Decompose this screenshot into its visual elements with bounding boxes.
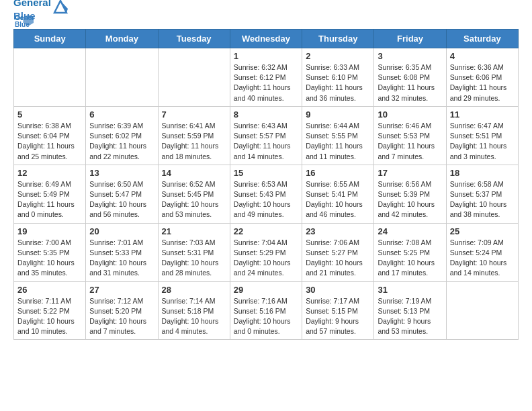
calendar-table: SundayMondayTuesdayWednesdayThursdayFrid… — [13, 29, 519, 340]
calendar-cell: 15Sunrise: 6:53 AMSunset: 5:43 PMDayligh… — [230, 165, 302, 223]
day-number: 12 — [17, 168, 82, 178]
day-number: 10 — [378, 109, 442, 120]
day-number: 25 — [450, 226, 515, 236]
day-info: Sunrise: 6:46 AMSunset: 5:53 PMDaylight:… — [378, 121, 442, 162]
calendar-cell: 8Sunrise: 6:43 AMSunset: 5:57 PMDaylight… — [230, 106, 302, 165]
day-info: Sunrise: 7:11 AMSunset: 5:22 PMDaylight:… — [17, 296, 82, 337]
day-number: 29 — [234, 285, 298, 295]
day-info: Sunrise: 6:55 AMSunset: 5:41 PMDaylight:… — [306, 179, 370, 220]
calendar-week-row: 1Sunrise: 6:32 AMSunset: 6:12 PMDaylight… — [14, 48, 519, 107]
logo: General Blue General Blue — [13, 13, 68, 22]
weekday-header-friday: Friday — [374, 30, 446, 48]
day-info: Sunrise: 6:49 AMSunset: 5:49 PMDaylight:… — [17, 179, 82, 220]
day-info: Sunrise: 6:35 AMSunset: 6:08 PMDaylight:… — [378, 62, 442, 103]
day-info: Sunrise: 6:38 AMSunset: 6:04 PMDaylight:… — [17, 121, 82, 162]
calendar-cell: 24Sunrise: 7:08 AMSunset: 5:25 PMDayligh… — [374, 223, 446, 281]
calendar-week-row: 26Sunrise: 7:11 AMSunset: 5:22 PMDayligh… — [14, 281, 519, 340]
day-number: 16 — [306, 168, 370, 178]
day-number: 19 — [17, 226, 82, 236]
calendar-cell: 31Sunrise: 7:19 AMSunset: 5:13 PMDayligh… — [374, 281, 446, 340]
calendar-cell: 20Sunrise: 7:01 AMSunset: 5:33 PMDayligh… — [86, 223, 158, 281]
day-info: Sunrise: 6:33 AMSunset: 6:10 PMDaylight:… — [306, 62, 370, 103]
day-number: 6 — [89, 109, 154, 120]
day-number: 13 — [89, 168, 154, 178]
day-number: 30 — [306, 285, 370, 295]
calendar-cell: 1Sunrise: 6:32 AMSunset: 6:12 PMDaylight… — [230, 48, 302, 107]
weekday-header-tuesday: Tuesday — [158, 30, 230, 48]
calendar-cell: 5Sunrise: 6:38 AMSunset: 6:04 PMDaylight… — [14, 106, 86, 165]
day-number: 2 — [306, 51, 370, 61]
day-number: 20 — [89, 226, 154, 236]
day-info: Sunrise: 7:04 AMSunset: 5:29 PMDaylight:… — [234, 238, 298, 279]
calendar-cell: 30Sunrise: 7:17 AMSunset: 5:15 PMDayligh… — [302, 281, 374, 340]
day-number: 7 — [162, 109, 226, 120]
day-info: Sunrise: 6:44 AMSunset: 5:55 PMDaylight:… — [306, 121, 370, 162]
calendar-cell — [14, 48, 86, 107]
calendar-cell — [446, 281, 518, 340]
day-number: 4 — [450, 51, 515, 61]
day-info: Sunrise: 6:52 AMSunset: 5:45 PMDaylight:… — [162, 179, 226, 220]
calendar-cell: 12Sunrise: 6:49 AMSunset: 5:49 PMDayligh… — [14, 165, 86, 223]
day-number: 1 — [234, 51, 298, 61]
day-info: Sunrise: 7:12 AMSunset: 5:20 PMDaylight:… — [89, 296, 154, 337]
calendar-cell: 14Sunrise: 6:52 AMSunset: 5:45 PMDayligh… — [158, 165, 230, 223]
day-info: Sunrise: 7:09 AMSunset: 5:24 PMDaylight:… — [450, 238, 515, 279]
calendar-cell: 17Sunrise: 6:56 AMSunset: 5:39 PMDayligh… — [374, 165, 446, 223]
day-info: Sunrise: 7:19 AMSunset: 5:13 PMDaylight:… — [378, 296, 442, 337]
calendar-cell: 19Sunrise: 7:00 AMSunset: 5:35 PMDayligh… — [14, 223, 86, 281]
calendar-cell — [158, 48, 230, 107]
day-info: Sunrise: 6:50 AMSunset: 5:47 PMDaylight:… — [89, 179, 154, 220]
day-info: Sunrise: 6:47 AMSunset: 5:51 PMDaylight:… — [450, 121, 515, 162]
header: General Blue General Blue — [13, 13, 519, 22]
logo-line2: Blue — [13, 9, 51, 23]
calendar-cell: 29Sunrise: 7:16 AMSunset: 5:16 PMDayligh… — [230, 281, 302, 340]
calendar-cell: 3Sunrise: 6:35 AMSunset: 6:08 PMDaylight… — [374, 48, 446, 107]
day-info: Sunrise: 6:43 AMSunset: 5:57 PMDaylight:… — [234, 121, 298, 162]
day-info: Sunrise: 6:56 AMSunset: 5:39 PMDaylight:… — [378, 179, 442, 220]
day-info: Sunrise: 7:14 AMSunset: 5:18 PMDaylight:… — [162, 296, 226, 337]
day-info: Sunrise: 6:36 AMSunset: 6:06 PMDaylight:… — [450, 62, 515, 103]
day-info: Sunrise: 6:32 AMSunset: 6:12 PMDaylight:… — [234, 62, 298, 103]
calendar-week-row: 12Sunrise: 6:49 AMSunset: 5:49 PMDayligh… — [14, 165, 519, 223]
day-info: Sunrise: 6:41 AMSunset: 5:59 PMDaylight:… — [162, 121, 226, 162]
weekday-header-thursday: Thursday — [302, 30, 374, 48]
day-info: Sunrise: 7:01 AMSunset: 5:33 PMDaylight:… — [89, 238, 154, 279]
day-info: Sunrise: 7:06 AMSunset: 5:27 PMDaylight:… — [306, 238, 370, 279]
calendar-cell: 23Sunrise: 7:06 AMSunset: 5:27 PMDayligh… — [302, 223, 374, 281]
calendar-cell: 11Sunrise: 6:47 AMSunset: 5:51 PMDayligh… — [446, 106, 518, 165]
day-number: 31 — [378, 285, 442, 295]
calendar-cell: 4Sunrise: 6:36 AMSunset: 6:06 PMDaylight… — [446, 48, 518, 107]
calendar-cell: 16Sunrise: 6:55 AMSunset: 5:41 PMDayligh… — [302, 165, 374, 223]
calendar-cell: 9Sunrise: 6:44 AMSunset: 5:55 PMDaylight… — [302, 106, 374, 165]
day-number: 8 — [234, 109, 298, 120]
calendar-cell: 13Sunrise: 6:50 AMSunset: 5:47 PMDayligh… — [86, 165, 158, 223]
calendar-cell: 22Sunrise: 7:04 AMSunset: 5:29 PMDayligh… — [230, 223, 302, 281]
weekday-header-monday: Monday — [86, 30, 158, 48]
day-info: Sunrise: 6:53 AMSunset: 5:43 PMDaylight:… — [234, 179, 298, 220]
day-number: 22 — [234, 226, 298, 236]
calendar-cell: 27Sunrise: 7:12 AMSunset: 5:20 PMDayligh… — [86, 281, 158, 340]
day-number: 21 — [162, 226, 226, 236]
day-info: Sunrise: 7:16 AMSunset: 5:16 PMDaylight:… — [234, 296, 298, 337]
day-number: 9 — [306, 109, 370, 120]
calendar-week-row: 5Sunrise: 6:38 AMSunset: 6:04 PMDaylight… — [14, 106, 519, 165]
day-number: 15 — [234, 168, 298, 178]
logo-triangle-icon — [53, 0, 68, 14]
day-number: 24 — [378, 226, 442, 236]
calendar-cell: 6Sunrise: 6:39 AMSunset: 6:02 PMDaylight… — [86, 106, 158, 165]
day-info: Sunrise: 6:58 AMSunset: 5:37 PMDaylight:… — [450, 179, 515, 220]
calendar-week-row: 19Sunrise: 7:00 AMSunset: 5:35 PMDayligh… — [14, 223, 519, 281]
calendar-cell: 28Sunrise: 7:14 AMSunset: 5:18 PMDayligh… — [158, 281, 230, 340]
calendar-cell: 2Sunrise: 6:33 AMSunset: 6:10 PMDaylight… — [302, 48, 374, 107]
day-info: Sunrise: 7:03 AMSunset: 5:31 PMDaylight:… — [162, 238, 226, 279]
day-info: Sunrise: 7:08 AMSunset: 5:25 PMDaylight:… — [378, 238, 442, 279]
day-number: 28 — [162, 285, 226, 295]
weekday-header-wednesday: Wednesday — [230, 30, 302, 48]
day-number: 14 — [162, 168, 226, 178]
calendar-cell: 7Sunrise: 6:41 AMSunset: 5:59 PMDaylight… — [158, 106, 230, 165]
day-number: 5 — [17, 109, 82, 120]
day-number: 11 — [450, 109, 515, 120]
logo-line1: General — [13, 0, 51, 9]
day-info: Sunrise: 7:00 AMSunset: 5:35 PMDaylight:… — [17, 238, 82, 279]
day-number: 26 — [17, 285, 82, 295]
